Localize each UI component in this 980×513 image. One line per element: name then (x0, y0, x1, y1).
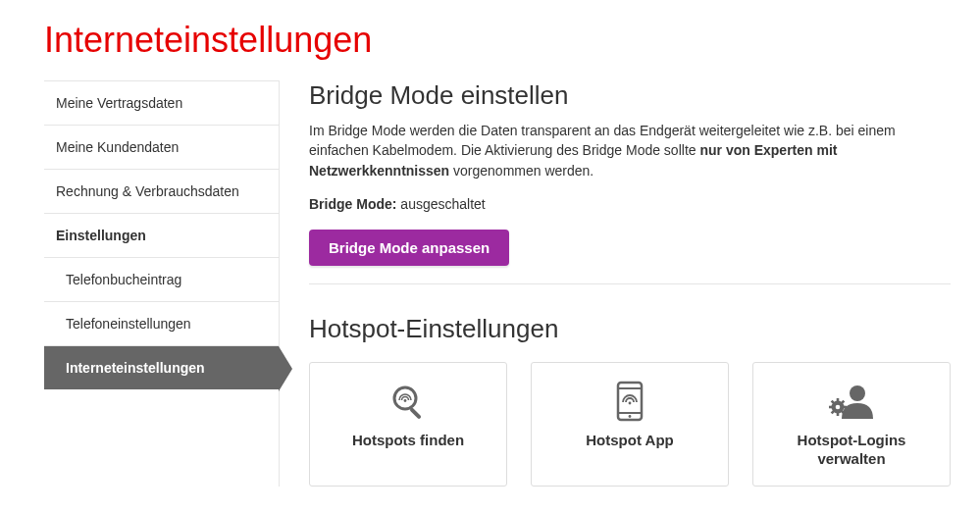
svg-rect-14 (844, 406, 848, 409)
sidebar-item-telefoneinstellungen[interactable]: Telefoneinstellungen (44, 301, 279, 345)
sidebar-item-einstellungen[interactable]: Einstellungen (44, 213, 279, 257)
card-hotspot-logins[interactable]: Hotspot-Logins verwalten (752, 362, 951, 487)
svg-rect-12 (837, 412, 840, 416)
bridge-description: Im Bridge Mode werden die Daten transpar… (309, 121, 951, 180)
bridge-section-title: Bridge Mode einstellen (309, 80, 951, 111)
svg-point-10 (836, 405, 841, 410)
sidebar-item-interneteinstellungen[interactable]: Interneteinstellungen (44, 345, 279, 389)
card-label: Hotspots finden (320, 432, 496, 450)
sidebar: Meine Vertragsdaten Meine Kundendaten Re… (44, 80, 280, 487)
svg-point-2 (404, 399, 407, 402)
card-hotspots-finden[interactable]: Hotspots finden (309, 362, 507, 487)
card-label: Hotspot App (542, 432, 718, 450)
user-gear-icon (763, 381, 940, 422)
bridge-mode-edit-button[interactable]: Bridge Mode anpassen (309, 230, 509, 266)
svg-point-6 (629, 415, 632, 418)
sidebar-item-rechnung[interactable]: Rechnung & Verbrauchsdaten (44, 169, 279, 213)
svg-rect-13 (829, 406, 833, 409)
svg-rect-1 (409, 407, 422, 420)
hotspot-section-title: Hotspot-Einstellungen (309, 314, 951, 344)
bridge-status-label: Bridge Mode: (309, 196, 396, 212)
sidebar-item-vertragsdaten[interactable]: Meine Vertragsdaten (44, 80, 279, 125)
bridge-status: Bridge Mode: ausgeschaltet (309, 196, 951, 212)
svg-point-7 (629, 401, 632, 404)
phone-wifi-icon (542, 381, 718, 422)
card-label: Hotspot-Logins verwalten (763, 432, 940, 469)
search-wifi-icon (320, 381, 496, 422)
sidebar-item-telefonbucheintrag[interactable]: Telefonbucheintrag (44, 257, 279, 301)
bridge-status-value: ausgeschaltet (400, 196, 485, 212)
section-divider (309, 283, 951, 284)
svg-point-0 (394, 387, 416, 409)
svg-rect-11 (837, 398, 840, 402)
card-hotspot-app[interactable]: Hotspot App (531, 362, 729, 487)
sidebar-item-kundendaten[interactable]: Meine Kundendaten (44, 125, 279, 169)
hotspot-cards: Hotspots finden Hotspot App (309, 362, 951, 487)
bridge-desc-part2: vorgenommen werden. (449, 163, 593, 179)
svg-point-8 (850, 385, 865, 401)
page-title: Interneteinstellungen (0, 0, 980, 80)
main-content: Bridge Mode einstellen Im Bridge Mode we… (280, 80, 980, 487)
